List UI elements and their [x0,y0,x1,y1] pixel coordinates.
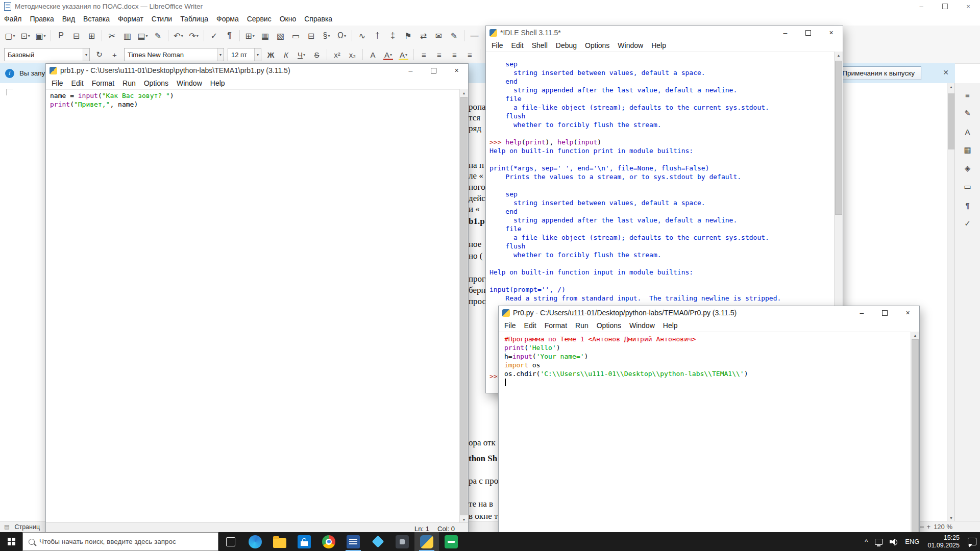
menu-item-Run[interactable]: Run [118,78,140,89]
green-app-icon[interactable] [439,532,463,551]
close-button[interactable]: × [896,306,919,319]
menu-item-Run[interactable]: Run [571,320,593,331]
action-center-icon[interactable] [964,532,980,551]
menu-item-Help[interactable]: Help [647,40,670,51]
update-style-icon[interactable]: ↻ [92,48,107,61]
scrollbar-thumb[interactable] [460,97,468,515]
font-size-combo[interactable]: 12 пт ▾ [228,48,261,61]
export-pdf-icon[interactable]: P [54,29,68,43]
menu-item-Стили[interactable]: Стили [148,13,176,24]
italic-button[interactable]: К [279,48,293,61]
menu-item-File[interactable]: File [500,320,520,331]
highlight-color-button[interactable]: A▾ [396,48,411,61]
clock[interactable]: 15:25 01.09.2025 [923,534,964,549]
properties-icon[interactable]: ✎ [960,106,975,121]
zoom-in-icon[interactable]: + [927,523,931,531]
justify-button[interactable]: ≡ [462,48,477,61]
scroll-down-icon[interactable]: ▼ [460,516,468,523]
align-right-button[interactable]: ≡ [447,48,462,61]
minimize-button[interactable]: – [850,306,873,319]
hidden-icons-chevron[interactable]: ^ [861,532,871,551]
print-icon[interactable]: ⊟ [69,29,84,43]
spelling-icon[interactable]: ✓ [207,29,222,43]
copy-icon[interactable]: ▥ [120,29,135,43]
code-editor[interactable]: name = input("Как Вас зовут? ")print("Пр… [46,90,460,523]
edge-icon[interactable] [243,532,267,551]
titlebar[interactable]: Pr0.py - C:/Users/u111-01/Desktop/python… [499,306,919,319]
gallery-icon[interactable]: ▦ [960,142,975,158]
menu-item-Сервис[interactable]: Сервис [243,13,276,24]
titlebar[interactable]: prb1.py - C:\Users\u111-01\Desktop\pytho… [46,64,468,77]
new-style-icon[interactable]: + [107,48,122,61]
hyperlink-icon[interactable]: ∿ [355,29,370,43]
formatting-marks-icon[interactable]: ¶ [222,29,237,43]
release-notes-button[interactable]: Примечания к выпуску [836,66,921,80]
menu-item-File[interactable]: File [47,78,67,89]
titlebar[interactable]: *IDLE Shell 3.11.5* – × [486,26,843,39]
paste-icon[interactable]: ▤▾ [135,29,150,43]
taskbar-search[interactable]: Чтобы начать поиск, введите здесь запрос [22,532,218,551]
close-button[interactable]: × [957,0,980,12]
menu-item-Edit[interactable]: Edit [67,78,88,89]
chevron-down-icon[interactable]: ▾ [254,48,261,61]
print-preview-icon[interactable]: ⊞ [84,29,99,43]
menu-item-Файл[interactable]: Файл [0,13,26,24]
chevron-down-icon[interactable]: ▾ [13,34,15,38]
clear-formatting-button[interactable]: A [365,48,380,61]
insert-image-icon[interactable]: ▦ [258,29,273,43]
minimize-button[interactable]: – [910,0,933,12]
menu-item-Options[interactable]: Options [140,78,173,89]
chevron-down-icon[interactable]: ▾ [303,53,305,57]
chevron-down-icon[interactable]: ▾ [217,48,224,61]
font-name-combo[interactable]: Times New Roman ▾ [124,48,224,61]
python-idle-icon[interactable] [414,532,439,551]
menu-item-Help[interactable]: Help [659,320,682,331]
scroll-up-icon[interactable]: ▲ [460,89,468,96]
libreoffice-titlebar[interactable]: Методические указания по ПОАС.docx — Lib… [0,0,980,12]
menu-item-Таблица[interactable]: Таблица [176,13,212,24]
scroll-down-icon[interactable]: ▼ [947,514,955,521]
chevron-down-icon[interactable]: ▾ [181,34,183,38]
redo-icon[interactable]: ↷▾ [186,29,201,43]
menu-item-Edit[interactable]: Edit [520,320,541,331]
insert-chart-icon[interactable]: ▧ [273,29,288,43]
menu-item-Options[interactable]: Options [593,320,625,331]
bookmark-icon[interactable]: ⚑ [401,29,415,43]
strikethrough-button[interactable]: S [309,48,324,61]
chevron-down-icon[interactable]: ▾ [390,53,392,57]
menu-item-Options[interactable]: Options [581,40,614,51]
menu-item-Help[interactable]: Help [206,78,229,89]
menu-item-Вид[interactable]: Вид [58,13,79,24]
chrome-icon[interactable] [316,532,341,551]
comment-icon[interactable]: ✉ [431,29,446,43]
new-document-icon[interactable]: ▢▾ [3,29,17,43]
subscript-button[interactable]: x₂ [345,48,360,61]
menu-item-Shell[interactable]: Shell [528,40,552,51]
scrollbar-thumb[interactable] [912,339,919,533]
horizontal-line-icon[interactable]: — [467,29,482,43]
align-center-button[interactable]: ≡ [432,48,447,61]
menu-item-Правка[interactable]: Правка [26,13,58,24]
editor-scrollbar[interactable]: ▲ ▼ [911,332,919,541]
menu-item-Справка[interactable]: Справка [300,13,336,24]
maximize-button[interactable] [873,306,896,319]
chevron-down-icon[interactable]: ▾ [197,34,199,38]
insert-table-icon[interactable]: ⊞▾ [242,29,257,43]
menu-item-Вставка[interactable]: Вставка [79,13,114,24]
clone-formatting-icon[interactable]: ✎ [151,29,165,43]
network-icon[interactable] [871,532,886,551]
minimize-button[interactable]: – [774,26,797,39]
start-button[interactable] [0,532,22,551]
superscript-button[interactable]: x² [330,48,345,61]
chevron-down-icon[interactable]: ▾ [405,53,407,57]
scroll-up-icon[interactable]: ▲ [947,83,955,90]
menu-item-Window[interactable]: Window [625,320,659,331]
scrollbar-thumb[interactable] [948,93,954,149]
menu-item-Format[interactable]: Format [541,320,571,331]
navigator-icon[interactable]: ◈ [960,161,975,176]
chevron-down-icon[interactable]: ▾ [328,34,330,38]
minimize-button[interactable]: – [399,64,422,77]
editor-scrollbar[interactable]: ▲ ▼ [459,89,468,523]
footnote-icon[interactable]: † [370,29,385,43]
chevron-down-icon[interactable]: ▾ [253,34,255,38]
